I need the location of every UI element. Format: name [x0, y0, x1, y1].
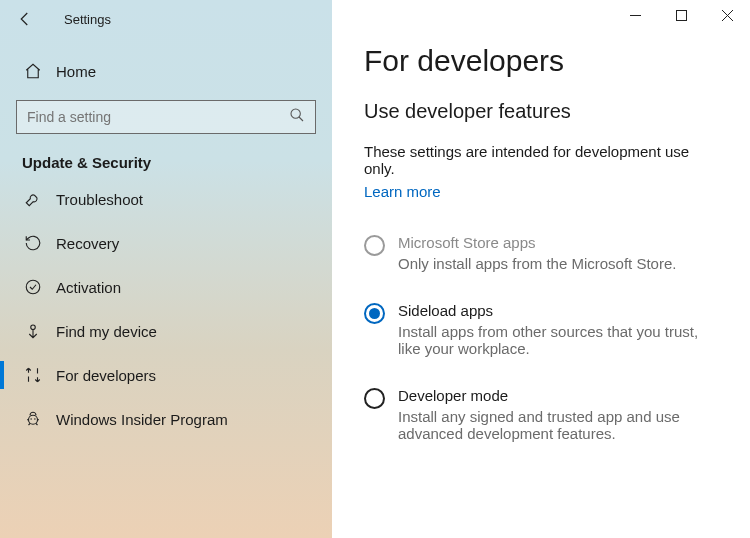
option-desc: Install any signed and trusted app and u…: [398, 408, 716, 442]
option-title: Developer mode: [398, 387, 716, 404]
option-store-apps[interactable]: Microsoft Store apps Only install apps f…: [364, 224, 716, 288]
page-title: For developers: [364, 44, 716, 78]
search-input[interactable]: [27, 109, 289, 125]
history-icon: [24, 234, 42, 252]
svg-point-5: [34, 418, 36, 420]
maximize-button[interactable]: [658, 0, 704, 30]
home-icon: [24, 62, 42, 80]
back-button[interactable]: [16, 10, 34, 32]
sidebar-item-label: Home: [56, 63, 96, 80]
tools-icon: [24, 366, 42, 384]
search-icon: [289, 107, 305, 127]
svg-point-1: [26, 280, 40, 294]
svg-point-3: [29, 415, 38, 424]
sidebar: Settings Home Update & Security Troubles…: [0, 0, 332, 538]
svg-point-2: [31, 325, 36, 330]
sidebar-item-windows-insider[interactable]: Windows Insider Program: [0, 397, 332, 441]
option-sideload-apps[interactable]: Sideload apps Install apps from other so…: [364, 292, 716, 373]
sidebar-item-troubleshoot[interactable]: Troubleshoot: [0, 177, 332, 221]
sidebar-item-label: For developers: [56, 367, 156, 384]
minimize-button[interactable]: [612, 0, 658, 30]
option-title: Microsoft Store apps: [398, 234, 676, 251]
bug-icon: [24, 410, 42, 428]
sidebar-item-for-developers[interactable]: For developers: [0, 353, 332, 397]
sidebar-item-label: Find my device: [56, 323, 157, 340]
wrench-icon: [24, 190, 42, 208]
sidebar-item-label: Windows Insider Program: [56, 411, 228, 428]
svg-point-4: [30, 418, 32, 420]
sidebar-item-recovery[interactable]: Recovery: [0, 221, 332, 265]
window-title: Settings: [64, 12, 111, 27]
sidebar-item-label: Recovery: [56, 235, 119, 252]
nav-list: Troubleshoot Recovery Activation Find my…: [0, 177, 332, 441]
section-title: Update & Security: [22, 154, 332, 171]
close-button[interactable]: [704, 0, 750, 30]
learn-more-link[interactable]: Learn more: [364, 183, 441, 200]
svg-rect-6: [676, 10, 686, 20]
page-subhead: Use developer features: [364, 100, 716, 123]
main-content: For developers Use developer features Th…: [332, 0, 750, 538]
sidebar-item-find-my-device[interactable]: Find my device: [0, 309, 332, 353]
sidebar-item-label: Activation: [56, 279, 121, 296]
svg-point-0: [291, 109, 300, 118]
option-developer-mode[interactable]: Developer mode Install any signed and tr…: [364, 377, 716, 458]
titlebar: [612, 0, 750, 30]
radio-icon: [364, 303, 385, 324]
location-icon: [24, 322, 42, 340]
search-box[interactable]: [16, 100, 316, 134]
radio-icon: [364, 235, 385, 256]
option-desc: Install apps from other sources that you…: [398, 323, 716, 357]
sidebar-item-activation[interactable]: Activation: [0, 265, 332, 309]
sidebar-item-label: Troubleshoot: [56, 191, 143, 208]
sidebar-item-home[interactable]: Home: [0, 52, 332, 90]
radio-icon: [364, 388, 385, 409]
option-desc: Only install apps from the Microsoft Sto…: [398, 255, 676, 272]
option-title: Sideload apps: [398, 302, 716, 319]
check-circle-icon: [24, 278, 42, 296]
page-desc: These settings are intended for developm…: [364, 143, 716, 177]
